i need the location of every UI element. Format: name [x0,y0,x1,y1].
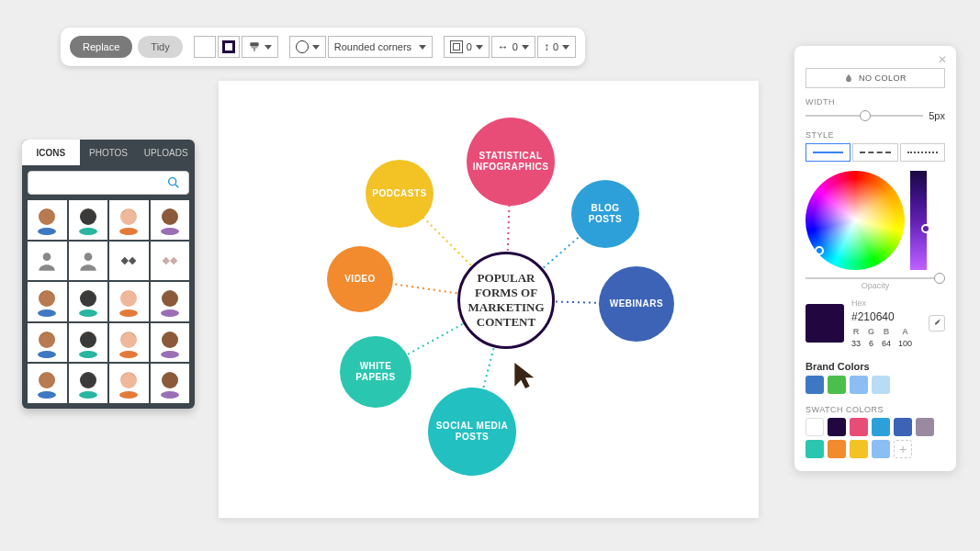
svg-point-9 [38,228,56,235]
icon-panel: ICONS PHOTOS UPLOADS [22,140,195,409]
hue-slider[interactable] [910,171,927,270]
add-swatch-button[interactable]: + [894,440,912,458]
width-label: WIDTH [805,97,945,107]
svg-point-30 [80,332,96,348]
icon-library-item[interactable] [151,242,190,281]
icon-library-item[interactable] [151,282,190,321]
replace-button[interactable]: Replace [70,36,132,58]
color-wheel[interactable] [805,171,905,270]
svg-point-28 [39,332,55,348]
close-icon[interactable]: ✕ [938,53,947,66]
color-swatch[interactable] [850,418,868,436]
svg-point-35 [38,391,56,399]
svg-point-29 [79,351,97,358]
mindmap-node[interactable]: VIDEO [327,246,393,312]
mindmap-node[interactable]: SOCIAL MEDIA POSTS [428,388,516,476]
swatch-colors-header: SWATCH COLORS [805,405,945,414]
svg-point-42 [162,372,178,388]
svg-point-34 [162,332,178,348]
mindmap-node[interactable]: PODCASTS [366,160,434,228]
tab-uploads[interactable]: UPLOADS [137,140,195,165]
mindmap-node[interactable]: WEBINARS [599,266,674,342]
corners-dropdown[interactable]: Rounded corners [328,36,433,58]
svg-point-21 [79,309,97,317]
svg-point-36 [39,372,55,388]
icon-library-item[interactable] [69,282,108,321]
svg-point-33 [161,351,179,358]
color-swatch[interactable] [916,418,934,436]
mindmap-node[interactable]: BLOG POSTS [571,180,639,248]
icon-library-item[interactable] [151,200,190,240]
brand-swatch[interactable] [805,376,824,394]
color-swatch[interactable] [805,440,824,458]
svg-point-25 [161,309,179,317]
tab-photos[interactable]: PHOTOS [80,140,138,165]
icon-library-item[interactable] [28,282,67,321]
eyedropper-button[interactable] [929,315,945,332]
color-preview [805,304,844,343]
brand-swatch[interactable] [872,376,890,394]
icon-search-input[interactable] [28,171,189,195]
style-solid[interactable] [805,143,850,162]
canvas[interactable]: POPULAR FORMS OF MARKETING CONTENT STATI… [219,81,759,518]
color-swatch[interactable] [872,440,890,458]
icon-library-item[interactable] [69,242,108,281]
icon-library-item[interactable] [69,364,108,403]
width-dropdown[interactable]: ↔0 [491,36,535,58]
width-value: 5px [929,110,945,121]
fill-color-swatch[interactable] [194,36,216,58]
search-icon [166,175,181,190]
icon-library-item[interactable] [109,364,149,403]
svg-point-14 [120,208,137,225]
icon-library-item[interactable] [28,200,67,240]
color-swatch[interactable] [872,418,890,436]
color-swatch[interactable] [828,440,846,458]
svg-point-13 [119,228,138,235]
shape-dropdown[interactable] [289,36,326,58]
brand-swatch[interactable] [828,376,846,394]
mindmap-center[interactable]: POPULAR FORMS OF MARKETING CONTENT [457,252,555,349]
svg-line-8 [175,185,178,187]
padding-dropdown[interactable]: 0 [444,36,490,58]
svg-point-38 [80,372,96,388]
icon-library-item[interactable] [151,364,190,403]
style-dotted[interactable] [900,143,945,162]
cursor-icon [513,360,538,391]
icon-library-item[interactable] [28,323,67,363]
svg-point-23 [119,309,138,317]
icon-library-item[interactable] [109,282,149,321]
color-swatch[interactable] [894,418,912,436]
width-slider[interactable] [805,115,923,117]
icon-library-item[interactable] [151,323,190,363]
icon-library-item[interactable] [69,323,108,363]
color-swatch[interactable] [828,418,846,436]
height-dropdown[interactable]: ↕0 [537,36,576,58]
svg-point-32 [120,332,137,348]
svg-point-37 [79,391,97,399]
color-swatch[interactable] [850,440,868,458]
icon-library-item[interactable] [109,323,149,363]
mindmap-node[interactable]: STATISTICAL INFOGRAPHICS [467,118,555,206]
box-padding-icon [450,40,463,53]
brand-swatch[interactable] [850,376,868,394]
icon-library-item[interactable] [109,200,149,240]
tidy-button[interactable]: Tidy [138,36,182,58]
mindmap-node[interactable]: WHITE PAPERS [340,336,411,408]
svg-point-40 [120,372,137,388]
color-swatch[interactable] [805,418,824,436]
icon-library-item[interactable] [109,242,149,281]
svg-point-20 [39,290,55,307]
style-dashed[interactable] [852,143,897,162]
tab-icons[interactable]: ICONS [22,140,80,165]
no-color-button[interactable]: NO COLOR [805,68,945,88]
border-color-swatch[interactable] [218,36,240,58]
svg-point-31 [119,351,138,358]
paint-roller-dropdown[interactable] [242,36,278,58]
icon-library-item[interactable] [28,364,67,403]
icon-library-item[interactable] [28,242,67,281]
icon-library-item[interactable] [69,200,108,240]
hex-value[interactable]: #210640 [851,309,912,325]
opacity-slider[interactable] [805,277,945,279]
svg-point-11 [79,228,97,235]
brand-colors-header: Brand Colors [805,361,945,372]
